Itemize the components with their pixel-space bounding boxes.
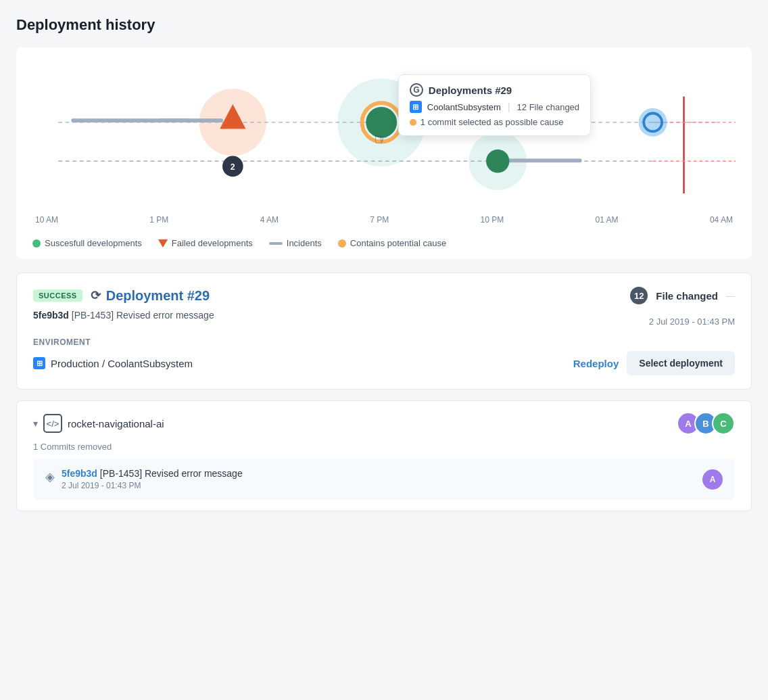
redeploy-button[interactable]: Redeploy (573, 358, 619, 369)
legend-incidents: Incidents (269, 238, 322, 248)
commit-title: 5fe9b3d [PB-1453] Revised error message (62, 468, 243, 479)
status-badge: SUCCESS (33, 289, 82, 302)
env-actions: Redeploy Select deployment (573, 351, 735, 375)
svg-text:☞: ☞ (374, 131, 388, 148)
env-label: Enviroment (33, 337, 735, 347)
file-count-badge: 12 (630, 287, 648, 304)
separator: — (726, 291, 735, 301)
legend: Suscesfull developments Failed developme… (32, 233, 736, 248)
tooltip-title: Deployments #29 (429, 85, 512, 96)
legend-failed: Failed developments (158, 238, 253, 248)
time-label-4: 10 PM (481, 215, 504, 225)
chart-container: 2 ☞ G Deployments #29 ⊞ CoolantSubsystem… (16, 47, 752, 259)
legend-green-dot (32, 239, 41, 248)
chevron-down-icon[interactable]: ▾ (33, 418, 38, 429)
commit-card-left: ◈ 5fe9b3d [PB-1453] Revised error messag… (45, 468, 243, 490)
time-label-0: 10 AM (35, 215, 58, 225)
commit-hash-link[interactable]: 5fe9b3d (62, 468, 97, 479)
env-name: ⊞ Production / CoolantSubsystem (33, 357, 193, 369)
commit-msg: [PB-1453] Revised error message (100, 468, 243, 479)
svg-point-14 (486, 149, 509, 172)
env-section: Enviroment ⊞ Production / CoolantSubsyst… (33, 337, 735, 375)
commit-dot-icon: ◈ (45, 469, 55, 484)
avatar-group: A B C (677, 412, 735, 435)
legend-successful: Suscesfull developments (32, 238, 142, 248)
commit-info: 5fe9b3d [PB-1453] Revised error message … (62, 468, 243, 490)
tooltip-sub: ⊞ CoolantSubsystem | 12 File changed (410, 101, 579, 113)
commit-message: [PB-1453] Revised error message (72, 310, 214, 321)
env-row: ⊞ Production / CoolantSubsystem Redeploy… (33, 351, 735, 375)
tooltip-dot-orange (410, 119, 416, 126)
deployment-title: ⟳ Deployment #29 (91, 288, 210, 304)
card-header-left: SUCCESS ⟳ Deployment #29 (33, 288, 210, 304)
avatar-3: C (712, 412, 735, 435)
time-label-2: 4 AM (260, 215, 279, 225)
timeline-svg: 2 ☞ (32, 61, 736, 210)
repo-icon: </> (43, 414, 62, 433)
legend-dash (269, 242, 283, 245)
tooltip-file-count: 12 File changed (517, 102, 580, 112)
repo-header: ▾ </> rocket-navigational-ai A B C (33, 412, 735, 435)
card-header-right: 12 File changed — (611, 287, 735, 304)
deployment-card: SUCCESS ⟳ Deployment #29 12 File changed… (16, 273, 752, 390)
g-icon: G (410, 83, 423, 97)
repo-header-left: ▾ </> rocket-navigational-ai (33, 414, 164, 433)
legend-potential-cause: Contains potential cause (338, 238, 446, 248)
svg-rect-10 (498, 158, 581, 162)
time-label-6: 04 AM (710, 215, 733, 225)
deploy-date: 2 Jul 2019 - 01:43 PM (649, 317, 735, 327)
bb-icon: ⊞ (410, 101, 422, 113)
file-changed-label: File changed (656, 290, 718, 302)
g-logo-icon: ⟳ (91, 288, 101, 303)
repo-name: rocket-navigational-ai (68, 418, 164, 429)
bb-env-icon: ⊞ (33, 357, 45, 369)
commit-hash: 5fe9b3d (33, 310, 69, 321)
svg-rect-9 (158, 118, 223, 122)
page-title: Deployment history (16, 16, 752, 34)
legend-orange-dot (338, 239, 346, 248)
select-deployment-button[interactable]: Select deployment (627, 351, 735, 375)
card-header: SUCCESS ⟳ Deployment #29 12 File changed… (33, 287, 735, 304)
tooltip-commit: 1 commit selected as possible cause (410, 117, 579, 127)
legend-triangle (158, 239, 168, 248)
author-avatar: A (702, 469, 723, 490)
commit-card: ◈ 5fe9b3d [PB-1453] Revised error messag… (33, 459, 735, 500)
time-label-3: 7 PM (370, 215, 389, 225)
time-label-5: 01 AM (596, 215, 619, 225)
commits-removed-label: 1 Commits removed (33, 442, 735, 452)
tooltip-env: CoolantSubsystem (427, 102, 501, 112)
commit-time: 2 Jul 2019 - 01:43 PM (62, 481, 243, 490)
tooltip-popup: G Deployments #29 ⊞ CoolantSubsystem | 1… (398, 74, 591, 136)
chart-area: 2 ☞ G Deployments #29 ⊞ CoolantSubsystem… (32, 61, 736, 210)
time-label-1: 1 PM (149, 215, 168, 225)
repo-section: ▾ </> rocket-navigational-ai A B C 1 Com… (16, 400, 752, 511)
svg-text:2: 2 (231, 162, 235, 172)
